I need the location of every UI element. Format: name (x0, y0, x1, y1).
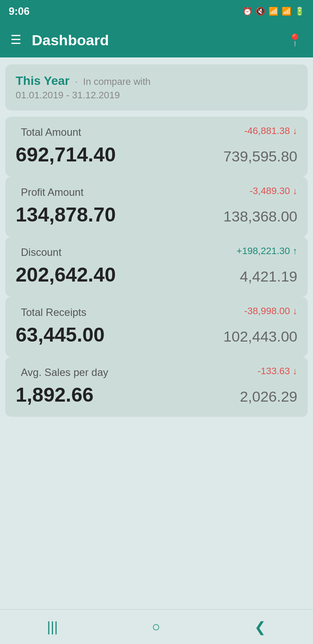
metric-compare-value-avg-sales: 2,026.29 (240, 388, 297, 405)
app-header: ☰ Dashboard 📍 (0, 23, 313, 57)
bottom-nav: ||| ○ ❮ (0, 609, 313, 644)
metric-header-discount: Discount +198,221.30 ↑ (16, 245, 297, 259)
metric-label-row-avg-sales: Avg. Sales per day (16, 366, 108, 379)
metric-label-row-total-receipts: Total Receipts (16, 305, 87, 319)
metric-change-value-avg-sales: -133.63 (257, 366, 290, 377)
metric-compare-value-total-amount: 739,595.80 (223, 148, 297, 165)
metric-change-total-receipts: -38,998.00 ↓ (244, 305, 297, 317)
alarm-icon: ⏰ (243, 7, 252, 16)
metric-compare-value-total-receipts: 102,443.00 (223, 328, 297, 345)
metric-values-total-amount: 692,714.40 739,595.80 (16, 143, 297, 166)
nav-menu-button[interactable]: ||| (47, 619, 58, 635)
metric-header-total-amount: Total Amount -46,881.38 ↓ (16, 125, 297, 139)
metric-change-value-total-receipts: -38,998.00 (244, 305, 290, 317)
metric-change-value-total-amount: -46,881.38 (244, 125, 290, 137)
nav-back-button[interactable]: ❮ (254, 619, 266, 635)
metric-card-total-receipts[interactable]: Total Receipts -38,998.00 ↓ 63,445.00 10… (5, 297, 308, 357)
status-bar: 9:06 ⏰ 🔇 📶 📶 🔋 (0, 0, 313, 23)
period-separator: · (75, 76, 77, 87)
metric-compare-value-profit-amount: 138,368.00 (223, 208, 297, 225)
metric-arrow-total-amount: ↓ (293, 125, 297, 137)
battery-icon: 🔋 (295, 7, 304, 16)
metric-card-discount[interactable]: Discount +198,221.30 ↑ 202,642.40 4,421.… (5, 237, 308, 297)
metric-change-discount: +198,221.30 ↑ (236, 245, 297, 257)
metric-card-total-amount[interactable]: Total Amount -46,881.38 ↓ 692,714.40 739… (5, 117, 308, 177)
metric-label-profit-amount: Profit Amount (21, 186, 83, 198)
metric-label-avg-sales: Avg. Sales per day (21, 366, 108, 379)
metric-label-total-amount: Total Amount (21, 126, 81, 138)
metric-card-profit-amount[interactable]: Profit Amount -3,489.30 ↓ 134,878.70 138… (5, 177, 308, 237)
metric-values-avg-sales: 1,892.66 2,026.29 (16, 383, 297, 406)
status-time: 9:06 (9, 5, 30, 17)
menu-button[interactable]: ☰ (10, 34, 21, 46)
metric-values-total-receipts: 63,445.00 102,443.00 (16, 323, 297, 346)
mute-icon: 🔇 (256, 7, 265, 16)
status-icons: ⏰ 🔇 📶 📶 🔋 (243, 7, 304, 16)
period-compare-text: In compare with (83, 76, 150, 87)
period-title: This Year (16, 74, 70, 87)
metric-main-value-avg-sales: 1,892.66 (16, 383, 93, 406)
metric-change-profit-amount: -3,489.30 ↓ (250, 185, 297, 197)
metrics-container: Total Amount -46,881.38 ↓ 692,714.40 739… (5, 117, 308, 417)
location-icon[interactable]: 📍 (287, 33, 303, 47)
header-title: Dashboard (32, 32, 287, 49)
metric-header-total-receipts: Total Receipts -38,998.00 ↓ (16, 305, 297, 319)
metric-compare-value-discount: 4,421.19 (240, 268, 297, 285)
metric-change-value-discount: +198,221.30 (236, 245, 290, 257)
metric-label-row-total-amount: Total Amount (16, 125, 81, 139)
period-card[interactable]: This Year · In compare with 01.01.2019 -… (5, 64, 308, 111)
metric-main-value-total-amount: 692,714.40 (16, 143, 116, 166)
metric-header-avg-sales: Avg. Sales per day -133.63 ↓ (16, 366, 297, 379)
metric-arrow-avg-sales: ↓ (293, 366, 297, 377)
nav-home-button[interactable]: ○ (152, 619, 160, 635)
metric-change-value-profit-amount: -3,489.30 (250, 185, 290, 197)
metric-label-row-discount: Discount (16, 245, 61, 259)
metric-label-row-profit-amount: Profit Amount (16, 185, 83, 199)
wifi-icon: 📶 (269, 7, 278, 16)
metric-main-value-profit-amount: 134,878.70 (16, 203, 116, 226)
metric-values-discount: 202,642.40 4,421.19 (16, 263, 297, 286)
main-content: This Year · In compare with 01.01.2019 -… (0, 57, 313, 609)
metric-change-avg-sales: -133.63 ↓ (257, 366, 297, 377)
metric-label-discount: Discount (21, 246, 61, 258)
metric-values-profit-amount: 134,878.70 138,368.00 (16, 203, 297, 226)
metric-arrow-profit-amount: ↓ (293, 185, 297, 197)
metric-label-total-receipts: Total Receipts (21, 306, 87, 319)
metric-arrow-total-receipts: ↓ (293, 305, 297, 317)
metric-main-value-total-receipts: 63,445.00 (16, 323, 105, 346)
metric-header-profit-amount: Profit Amount -3,489.30 ↓ (16, 185, 297, 199)
metric-main-value-discount: 202,642.40 (16, 263, 116, 286)
metric-change-total-amount: -46,881.38 ↓ (244, 125, 297, 137)
signal-icon: 📶 (282, 7, 291, 16)
metric-card-avg-sales[interactable]: Avg. Sales per day -133.63 ↓ 1,892.66 2,… (5, 357, 308, 417)
period-date-range: 01.01.2019 - 31.12.2019 (16, 90, 297, 101)
metric-arrow-discount: ↑ (293, 245, 297, 257)
